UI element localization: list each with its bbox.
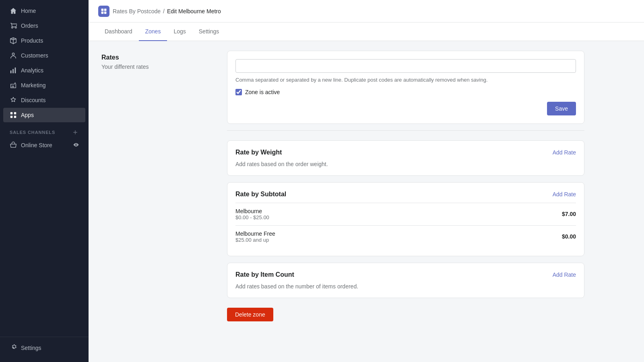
rate-by-item-count-header: Rate by Item Count Add Rate (235, 271, 576, 278)
sidebar-item-orders[interactable]: Orders (3, 19, 85, 33)
store-icon (10, 142, 17, 149)
rates-section-desc: Your different rates (101, 64, 214, 70)
delete-zone-button[interactable]: Delete zone (227, 308, 273, 321)
breadcrumb-app-name[interactable]: Rates By Postcode (113, 8, 161, 14)
rate-by-weight-header: Rate by Weight Add Rate (235, 149, 576, 156)
sidebar-item-customers[interactable]: Customers (3, 48, 85, 63)
page-content: Rates Your different rates Comma separat… (89, 41, 644, 362)
zone-active-checkbox[interactable] (235, 89, 242, 95)
svg-rect-8 (101, 8, 104, 11)
rate-by-subtotal-card: Rate by Subtotal Add Rate Melbourne $0.0… (227, 182, 584, 256)
home-icon (10, 7, 17, 14)
rate-row-melbourne[interactable]: Melbourne $0.00 - $25.00 $7.00 (235, 203, 576, 225)
content-layout: Rates Your different rates Comma separat… (101, 51, 584, 321)
rate-by-weight-title: Rate by Weight (235, 149, 282, 156)
rate-by-item-count-card: Rate by Item Count Add Rate Add rates ba… (227, 263, 584, 298)
settings-icon (10, 344, 17, 352)
products-icon (10, 37, 17, 44)
sales-channels-section: SALES CHANNELS (3, 124, 85, 138)
sidebar-item-marketing[interactable]: Marketing (3, 78, 85, 93)
main-content: Rates By Postcode / Edit Melbourne Metro… (89, 0, 644, 362)
save-row: Save (235, 102, 576, 115)
rates-section-title: Rates (101, 54, 214, 61)
postcodes-hint: Comma separated or separated by a new li… (235, 76, 576, 84)
svg-rect-2 (12, 69, 14, 73)
store-visibility-icon[interactable] (73, 142, 79, 149)
svg-rect-6 (10, 116, 12, 118)
tab-settings[interactable]: Settings (192, 23, 226, 41)
breadcrumb-current: Edit Melbourne Metro (167, 8, 221, 14)
zone-active-row: Zone is active (235, 89, 576, 95)
rate-row-melbourne-free[interactable]: Melbourne Free $25.00 and up $0.00 (235, 225, 576, 248)
svg-rect-1 (10, 70, 12, 73)
orders-icon (10, 22, 17, 29)
rate-price-melbourne: $7.00 (562, 211, 576, 217)
rate-range-melbourne-free: $25.00 and up (235, 237, 275, 243)
sidebar-item-discounts[interactable]: Discounts (3, 93, 85, 107)
sidebar-item-analytics[interactable]: Analytics (3, 63, 85, 78)
app-icon (98, 6, 109, 17)
rate-name-melbourne-free: Melbourne Free (235, 230, 275, 237)
topbar: Rates By Postcode / Edit Melbourne Metro (89, 0, 644, 23)
svg-rect-4 (10, 112, 12, 114)
rate-by-subtotal-header: Rate by Subtotal Add Rate (235, 191, 576, 198)
tabs-bar: Dashboard Zones Logs Settings (89, 23, 644, 41)
zone-active-label: Zone is active (245, 89, 280, 95)
sidebar-item-home[interactable]: Home (3, 4, 85, 18)
svg-rect-7 (14, 116, 16, 118)
add-rate-item-count-link[interactable]: Add Rate (553, 272, 576, 278)
tab-logs[interactable]: Logs (167, 23, 192, 41)
rate-name-melbourne: Melbourne (235, 208, 269, 214)
postcodes-card: Comma separated or separated by a new li… (227, 51, 584, 124)
discounts-icon (10, 97, 17, 104)
marketing-icon (10, 82, 17, 89)
analytics-icon (10, 67, 17, 74)
customers-icon (10, 52, 17, 59)
add-rate-weight-link[interactable]: Add Rate (553, 149, 576, 156)
rate-by-item-count-desc: Add rates based on the number of items o… (235, 283, 576, 290)
rate-by-weight-desc: Add rates based on the order weight. (235, 161, 576, 167)
sidebar-item-settings[interactable]: Settings (3, 341, 85, 355)
sidebar-item-apps[interactable]: Apps (3, 108, 85, 122)
sidebar-item-products[interactable]: Products (3, 33, 85, 48)
breadcrumb-separator: / (163, 8, 165, 14)
add-rate-subtotal-link[interactable]: Add Rate (553, 191, 576, 197)
rate-by-weight-card: Rate by Weight Add Rate Add rates based … (227, 140, 584, 176)
rate-by-subtotal-title: Rate by Subtotal (235, 191, 286, 198)
sidebar: Home Orders Products Customers (0, 0, 89, 362)
add-sales-channel-icon[interactable] (72, 129, 79, 136)
postcodes-input[interactable] (235, 59, 576, 73)
svg-rect-3 (15, 68, 16, 73)
delete-zone-area: Delete zone (227, 308, 584, 321)
left-panel: Rates Your different rates (101, 51, 214, 321)
svg-point-0 (12, 53, 14, 55)
rate-price-melbourne-free: $0.00 (562, 233, 576, 240)
sidebar-item-online-store[interactable]: Online Store (3, 138, 85, 152)
breadcrumb: Rates By Postcode / Edit Melbourne Metro (113, 8, 221, 14)
divider (227, 130, 584, 131)
svg-rect-5 (14, 112, 16, 114)
rate-range-melbourne: $0.00 - $25.00 (235, 214, 269, 220)
apps-icon (10, 111, 17, 119)
rate-by-item-count-title: Rate by Item Count (235, 271, 294, 278)
tab-dashboard[interactable]: Dashboard (98, 23, 139, 41)
svg-rect-10 (101, 11, 104, 14)
tab-zones[interactable]: Zones (139, 23, 167, 41)
svg-rect-9 (104, 8, 107, 11)
svg-rect-11 (104, 11, 107, 14)
save-button[interactable]: Save (547, 102, 576, 115)
right-panel: Comma separated or separated by a new li… (227, 51, 584, 321)
